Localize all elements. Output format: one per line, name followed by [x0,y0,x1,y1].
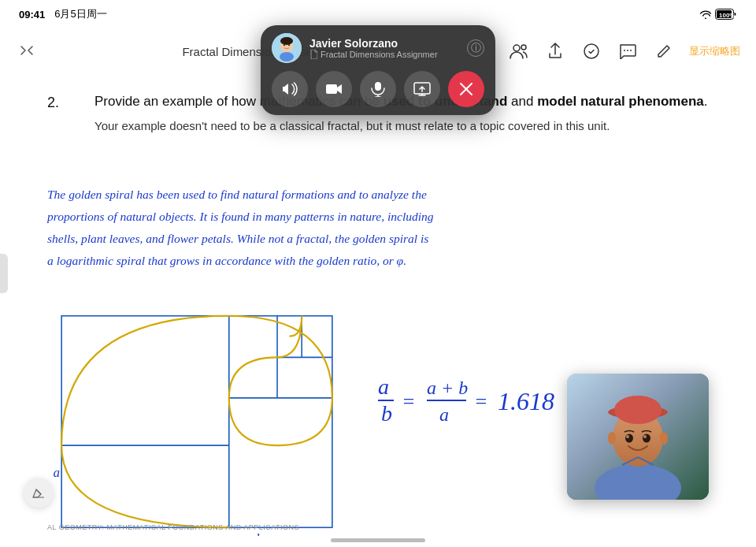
svg-text:a logarithmic spiral  that gro: a logarithmic spiral that grows in accor… [47,254,406,267]
svg-point-6 [624,50,625,51]
home-indicator[interactable] [331,538,425,542]
golden-spiral-drawing: a a b [47,307,346,536]
facetime-controls [272,71,484,107]
people-icon[interactable] [508,40,530,62]
toolbar-right: 显示缩略图 [508,40,740,62]
sidebar-handle[interactable] [0,254,8,293]
svg-point-5 [584,44,598,58]
svg-point-12 [280,52,294,61]
camera-person [567,374,709,500]
share-icon[interactable] [544,40,566,62]
mute-button[interactable] [360,71,396,107]
question-sub: Your example doesn't need to be a classi… [94,117,709,135]
svg-text:a: a [378,374,389,399]
facetime-info-button[interactable]: ⓘ [467,39,484,57]
svg-text:a: a [53,465,60,480]
show-thumbnails-button[interactable]: 显示缩略图 [689,44,740,58]
facetime-info: Javier Solorzano Fractal Dimensions Assi… [309,37,459,59]
svg-point-46 [614,396,662,424]
status-icons: 100% [699,9,737,20]
svg-point-14 [288,44,290,46]
comment-icon[interactable] [617,40,639,62]
document-icon [309,50,317,59]
svg-point-50 [643,435,647,438]
svg-rect-15 [326,84,337,94]
svg-point-4 [521,45,526,50]
volume-button[interactable] [272,71,308,107]
bottom-label: AL GEOMETRY: MATHEMATICAL FOUNDATIONS AN… [47,523,299,531]
caller-avatar [272,33,302,63]
svg-text:a + b: a + b [427,378,468,398]
edit-icon[interactable] [653,40,675,62]
svg-point-7 [627,50,628,51]
status-bar: 09:41 6月5日周一 100% [0,0,756,28]
status-right: 100% [699,9,737,20]
svg-text:=: = [474,390,488,413]
status-time: 09:41 [19,9,45,20]
bottom-bar [0,538,756,542]
battery-icon: 100% [715,9,737,20]
toolbar-left [16,40,38,62]
svg-text:a: a [439,404,449,425]
screen-share-button[interactable] [404,71,440,107]
svg-rect-22 [61,316,332,528]
svg-text:a: a [129,531,136,536]
svg-point-11 [280,37,293,45]
svg-text:1.618: 1.618 [498,387,554,415]
end-call-button[interactable] [448,71,484,107]
handwritten-text-svg: The golden spiral has been used to find … [47,181,724,303]
svg-text:The golden spiral has been use: The golden spiral has been used to find … [47,188,427,201]
collapse-icon[interactable] [16,40,38,62]
svg-text:100%: 100% [719,12,735,19]
wifi-icon [699,9,712,19]
svg-text:b: b [256,531,263,536]
svg-text:b: b [381,401,392,426]
question-number: 2. [47,95,59,111]
svg-text:=: = [402,390,416,413]
svg-text:proportions of natural  object: proportions of natural objects. It is fo… [47,210,434,223]
svg-point-13 [284,44,285,46]
svg-point-49 [626,435,629,438]
status-date: 6月5日周一 [54,7,106,21]
svg-point-3 [513,45,520,51]
facetime-overlay: Javier Solorzano Fractal Dimensions Assi… [261,25,495,115]
svg-text:shells, plant leaves, and  flo: shells, plant leaves, and flower petals.… [47,232,428,245]
camera-feed[interactable] [567,374,709,500]
handwritten-answer: The golden spiral has been used to find … [47,181,709,311]
svg-point-51 [608,432,616,445]
facetime-header: Javier Solorzano Fractal Dimensions Assi… [272,33,484,63]
facetime-doc: Fractal Dimensions Assignmer [309,50,459,59]
svg-point-8 [630,50,632,51]
svg-rect-16 [375,82,381,91]
markup-icon[interactable] [580,40,602,62]
eraser-tool-button[interactable] [24,478,54,508]
caller-name: Javier Solorzano [309,37,459,50]
video-button[interactable] [316,71,352,107]
main-content: 2. Provide an example of how mathematics… [47,71,709,515]
svg-point-47 [625,434,633,443]
eraser-icon [31,485,46,500]
svg-point-48 [643,434,650,443]
svg-point-52 [660,432,668,445]
